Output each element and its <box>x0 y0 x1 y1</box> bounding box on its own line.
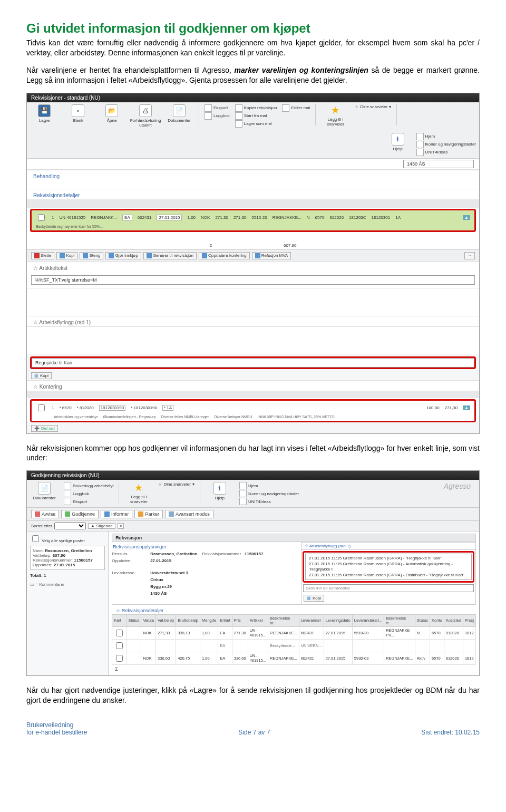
godkjenne-button[interactable]: Godkjenne <box>61 510 99 518</box>
save-icon: 💾 <box>38 104 51 117</box>
hjem-button-2[interactable]: Hjem <box>239 482 299 489</box>
star-icon: ★ <box>331 104 339 116</box>
informer-button[interactable]: Informer <box>101 510 133 518</box>
section-artikkeltekst: ☆ Artikkeltekst <box>27 262 479 272</box>
paragraph-2: Når varelinjene er hentet fra ehandelspl… <box>26 65 480 85</box>
ikoner-button-2[interactable]: Ikoner og navigeringstaster <box>239 490 299 497</box>
eksport-button[interactable]: Eksport <box>205 104 230 112</box>
brukerlogg-button[interactable]: Brukerlogg arbeidsflyt <box>64 482 113 489</box>
paragraph-1: Tidvis kan det være fornuftig eller nødv… <box>26 38 480 58</box>
legg-til-snarvei-button[interactable]: ★Legg til i snarveier <box>321 104 349 127</box>
arbeidsflyt-input[interactable]: Regnjakke til Kari <box>32 358 474 368</box>
steng-button[interactable]: Steng <box>80 252 103 259</box>
velg-alle-checkbox[interactable]: Velg alle synlige poster <box>30 538 85 543</box>
highlighted-arbeidsflyt-input: Regnjakke til Kari <box>30 356 476 369</box>
unit4-button[interactable]: UNIT4Ideas <box>416 149 476 156</box>
eksport-button-2[interactable]: Eksport <box>64 498 113 505</box>
copy-icon <box>60 253 65 258</box>
documents-icon: 📄 <box>38 482 51 495</box>
section-arbeidsflytlogg: ☆ Arbeidsflytlogg (rad 1) <box>27 316 479 326</box>
lagre-button[interactable]: 💾Lagre <box>30 104 59 123</box>
highlighted-varelinje: 1 UN-46181525 REGNJAKK... EA 602431 27.0… <box>30 209 476 232</box>
forhandsvisning-button[interactable]: 🖨Forhåndsvisning utskrift <box>131 104 160 128</box>
dokumenter-button-2[interactable]: 📄Dokumenter <box>30 482 59 505</box>
row-2-faded <box>27 233 479 241</box>
copy-icon: ▦ <box>307 596 311 601</box>
highlighted-kontering: 1 * 6570 * 812020 1812030190 * 181203019… <box>30 399 476 422</box>
gjor-innkjop-button[interactable]: Gjør innkjøp <box>105 252 141 259</box>
unit4-button-2[interactable]: UNIT4Ideas <box>239 498 299 505</box>
row-subtitle: Beskyttende regntøy eller klær for 55%..… <box>32 225 474 230</box>
row-checkbox[interactable] <box>38 214 45 221</box>
blank-icon: ▫ <box>72 104 84 117</box>
expand-icon[interactable]: ▲ <box>463 405 470 410</box>
kommentarer-legend: ▭ = Kommentarer <box>30 582 105 587</box>
open-icon: 📂 <box>105 104 118 117</box>
refund-icon <box>255 253 260 258</box>
kopi-button[interactable]: Kopi <box>56 252 77 259</box>
blank-button[interactable]: ▫Blank <box>64 104 92 123</box>
export-icon <box>64 498 71 505</box>
slette-button[interactable]: Slette <box>31 252 54 259</box>
table-row[interactable]: NOK336,60420,751,00EA336,60UN-461815...R… <box>112 652 476 664</box>
del-rad-button[interactable]: ➕Del rad <box>31 425 58 432</box>
varelinje-row[interactable]: 1 UN-46181525 REGNJAKK... EA 602431 27.0… <box>32 210 474 225</box>
info-icon: ℹ <box>213 482 226 495</box>
hjelp-button-2[interactable]: ℹHjelp <box>206 482 234 505</box>
edit-template-icon <box>282 104 289 112</box>
keyboard-icon <box>239 490 247 497</box>
collapse-button[interactable]: « <box>118 523 124 529</box>
approve-icon <box>65 511 70 517</box>
editer-mal-button[interactable]: Editer mal <box>282 104 310 112</box>
sort-dir-button[interactable]: ▲ Stigende <box>88 523 115 529</box>
kommentar-input[interactable]: Skriv inn en kommentar <box>303 584 474 592</box>
window-title: Rekvisisjoner - standard (NU) <box>27 93 479 102</box>
loggbok-button[interactable]: Loggbok <box>205 112 230 120</box>
parker-button[interactable]: Parker <box>134 510 163 518</box>
lagre-som-mal-button[interactable]: Lagre som mal <box>235 120 277 128</box>
kopi-button-3[interactable]: ▦Kopi <box>304 595 324 602</box>
dokumenter-button[interactable]: 📄Dokumenter <box>165 104 193 123</box>
arrow-right-button[interactable]: → <box>464 252 475 259</box>
kontering-row[interactable]: 1 * 6570 * 812020 1812030190 * 181203019… <box>32 401 474 415</box>
userlog-icon <box>64 482 71 489</box>
oppdater-button[interactable]: Oppdatere kontering <box>199 252 250 259</box>
generate-icon <box>147 253 152 258</box>
apne-button[interactable]: 📂Åpne <box>98 104 126 123</box>
hjem-button[interactable]: Hjem <box>416 133 476 140</box>
arrow-right-icon: → <box>468 253 472 258</box>
loggbok-button-2[interactable]: Loggbok <box>64 490 113 497</box>
artikkeltekst-input[interactable]: %%SF_TXT:velg størrelse=M <box>31 275 475 285</box>
reject-icon <box>35 511 40 517</box>
home-icon <box>416 133 424 140</box>
ikoner-button[interactable]: Ikoner og navigeringstaster <box>416 141 476 148</box>
print-preview-icon: 🖨 <box>139 104 152 117</box>
hjelp-button[interactable]: ℹHjelp <box>384 133 412 156</box>
expand-icon[interactable]: ▲ <box>463 215 470 220</box>
generer-button[interactable]: Generer til rekvisisjon <box>143 252 197 259</box>
sigma-row: Σ <box>112 665 476 673</box>
legg-til-snarvei-button-2[interactable]: ★Legg til i snarveier <box>124 482 153 505</box>
avansert-modus-button[interactable]: Avansert modus <box>165 510 213 518</box>
start-fra-mal-button[interactable]: Start fra mal <box>235 112 277 120</box>
screenshot-rekvisisjon: Rekvisisjoner - standard (NU) 💾Lagre ▫Bl… <box>26 93 480 434</box>
grid-icon <box>169 511 174 517</box>
kontering-checkbox[interactable] <box>38 404 45 411</box>
sorter-select[interactable] <box>54 523 86 529</box>
dine-snarveier-button[interactable]: ★ Dine snarveier ▾ <box>355 104 391 109</box>
split-icon: ➕ <box>34 426 40 431</box>
log-icon <box>64 490 71 497</box>
table-row[interactable]: NOK271,30339,131,00EA271,30UN-461815...R… <box>112 626 476 639</box>
close-icon <box>83 253 88 258</box>
rekvisisjon-header: Rekvisisjon <box>112 534 476 542</box>
kopi-button-2[interactable]: ▦Kopi <box>31 372 52 379</box>
documents-icon: 📄 <box>173 104 186 117</box>
kopier-rekvisisjon-button[interactable]: Kopier rekvisisjon <box>235 104 277 112</box>
avvise-button[interactable]: Avvise <box>31 510 59 518</box>
purchase-icon <box>109 253 114 258</box>
info-icon: ℹ <box>392 133 404 146</box>
totalt-label: Totalt: 1 <box>30 573 105 578</box>
dine-snarveier-2[interactable]: ★ Dine snarveier ▾ <box>158 482 194 487</box>
refusjon-button[interactable]: Refusjon MVA <box>252 252 291 259</box>
copy-icon: ▦ <box>34 373 38 378</box>
